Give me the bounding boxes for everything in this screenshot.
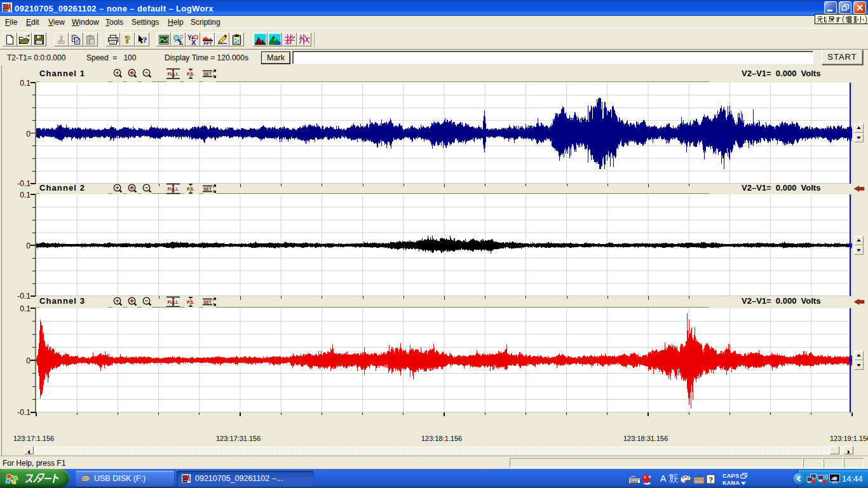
svg-text:?: ? (709, 476, 713, 484)
